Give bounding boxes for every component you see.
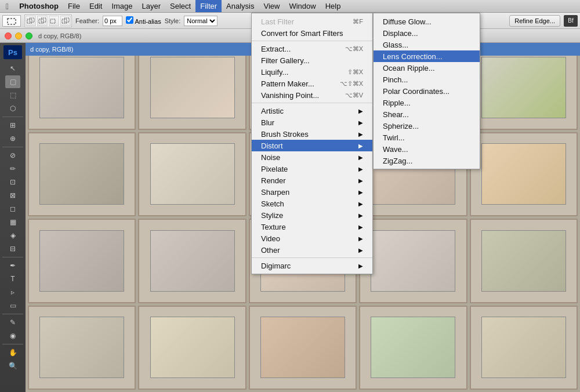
filter-pattern-maker[interactable]: Pattern Maker... ⌥⇧⌘X xyxy=(252,78,372,89)
tool-crop[interactable]: ⊞ xyxy=(5,119,20,132)
menu-item-help[interactable]: Help xyxy=(321,0,346,12)
distort-displace[interactable]: Displace... xyxy=(374,27,480,39)
traffic-light-minimize[interactable] xyxy=(15,32,22,39)
style-select[interactable]: Normal xyxy=(184,16,217,26)
filter-liquify[interactable]: Liquify... ⇧⌘X xyxy=(252,66,372,78)
filter-extract[interactable]: Extract... ⌥⌘X xyxy=(252,43,372,55)
distort-spherize[interactable]: Spherize... xyxy=(374,120,480,132)
distort-pinch[interactable]: Pinch... xyxy=(374,74,480,85)
bf-badge: Bf xyxy=(564,15,578,27)
left-toolbar: Ps ↖ ▢ ⬚ ⬡ ⊞ ⊕ ⊘ ✏ ⊡ ⊠ ◻ ▦ ◈ ⊟ ✒ T ▹ ▭ ✎… xyxy=(0,43,26,392)
tool-gradient[interactable]: ▦ xyxy=(5,216,20,228)
traffic-light-close[interactable] xyxy=(5,32,12,39)
tool-zoom[interactable]: 🔍 xyxy=(5,360,20,372)
feather-input[interactable] xyxy=(103,16,122,26)
canvas-title: d copy, RGB/8) xyxy=(30,46,73,53)
filter-gallery[interactable]: Filter Gallery... xyxy=(252,55,372,66)
tool-history[interactable]: ⊠ xyxy=(5,189,20,202)
distort-submenu: Diffuse Glow... Displace... Glass... Len… xyxy=(373,13,480,169)
distort-wave[interactable]: Wave... xyxy=(374,143,480,155)
filter-video[interactable]: Video ▶ xyxy=(252,233,372,244)
tool-marquee[interactable]: ▢ xyxy=(5,75,20,88)
tool-pen[interactable]: ✒ xyxy=(5,259,20,272)
anti-alias-checkbox-label[interactable]: Anti-alias xyxy=(126,16,161,25)
tool-clone[interactable]: ⊡ xyxy=(5,176,20,188)
style-label: Style: xyxy=(165,17,181,24)
distort-zigzag[interactable]: ZigZag... xyxy=(374,155,480,166)
filter-menu: Last Filter ⌘F Convert for Smart Filters… xyxy=(251,13,373,274)
tool-magic-wand[interactable]: ⬡ xyxy=(5,102,20,115)
tool-shape[interactable]: ▭ xyxy=(5,299,20,312)
svg-rect-0 xyxy=(8,19,16,24)
filter-stylize[interactable]: Stylize ▶ xyxy=(252,209,372,221)
distort-ocean-ripple[interactable]: Ocean Ripple... xyxy=(374,62,480,74)
distort-twirl[interactable]: Twirl... xyxy=(374,132,480,143)
tool-eyedropper[interactable]: ⊕ xyxy=(5,132,20,145)
tool-hand[interactable]: ✋ xyxy=(5,346,20,359)
traffic-light-maximize[interactable] xyxy=(26,32,32,39)
svg-rect-5 xyxy=(50,19,55,23)
tool-healing[interactable]: ⊘ xyxy=(5,149,20,162)
distort-diffuse-glow[interactable]: Diffuse Glow... xyxy=(374,16,480,27)
tool-move[interactable]: ↖ xyxy=(5,62,20,75)
tool-notes[interactable]: ✎ xyxy=(5,316,20,329)
ps-logo: Ps xyxy=(3,45,22,59)
menu-item-image[interactable]: Image xyxy=(107,0,137,12)
filter-distort[interactable]: Distort ▶ xyxy=(252,140,372,151)
toolbar-btn-3[interactable] xyxy=(49,16,59,26)
toolbar-btn-2[interactable] xyxy=(37,16,48,26)
tool-type[interactable]: T xyxy=(5,273,20,285)
menu-item-photoshop[interactable]: Photoshop xyxy=(14,0,63,12)
filter-noise[interactable]: Noise ▶ xyxy=(252,151,372,163)
feather-label: Feather: xyxy=(75,17,99,24)
tool-path[interactable]: ▹ xyxy=(5,286,20,299)
filter-convert-smart[interactable]: Convert for Smart Filters xyxy=(252,27,372,39)
distort-ripple[interactable]: Ripple... xyxy=(374,97,480,108)
filter-vanishing-point[interactable]: Vanishing Point... ⌥⌘V xyxy=(252,89,372,101)
filter-render[interactable]: Render ▶ xyxy=(252,175,372,186)
tool-eraser[interactable]: ◻ xyxy=(5,202,20,215)
filter-artistic[interactable]: Artistic ▶ xyxy=(252,105,372,117)
filter-pixelate[interactable]: Pixelate ▶ xyxy=(252,163,372,175)
menu-item-layer[interactable]: Layer xyxy=(137,0,166,12)
menu-bar:  Photoshop File Edit Image Layer Select… xyxy=(0,0,580,13)
filter-blur[interactable]: Blur ▶ xyxy=(252,117,372,128)
filter-brush-strokes[interactable]: Brush Strokes ▶ xyxy=(252,128,372,140)
tool-brush[interactable]: ✏ xyxy=(5,162,20,175)
filter-digimarc[interactable]: Digimarc ▶ xyxy=(252,260,372,271)
distort-lens-correction[interactable]: Lens Correction... xyxy=(374,50,480,62)
distort-glass[interactable]: Glass... xyxy=(374,39,480,50)
menu-item-edit[interactable]: Edit xyxy=(85,0,107,12)
distort-polar-coordinates[interactable]: Polar Coordinates... xyxy=(374,85,480,97)
marquee-select-box[interactable] xyxy=(2,15,21,27)
toolbar-btn-1[interactable] xyxy=(26,16,36,26)
tool-blur[interactable]: ◈ xyxy=(5,229,20,242)
menu-item-select[interactable]: Select xyxy=(165,0,195,12)
distort-shear[interactable]: Shear... xyxy=(374,108,480,120)
menu-item-view[interactable]: View xyxy=(259,0,285,12)
window-title: d copy, RGB/8) xyxy=(38,32,81,39)
filter-texture[interactable]: Texture ▶ xyxy=(252,221,372,233)
menu-item-analysis[interactable]: Analysis xyxy=(222,0,259,12)
refine-edge-button[interactable]: Refine Edge... xyxy=(509,15,560,27)
toolbar-options-group xyxy=(24,14,72,27)
tool-dodge[interactable]: ⊟ xyxy=(5,242,20,255)
tool-eyedropper2[interactable]: ◉ xyxy=(5,329,20,342)
menu-item-file[interactable]: File xyxy=(63,0,85,12)
filter-last-filter[interactable]: Last Filter ⌘F xyxy=(252,16,372,27)
menu-item-filter[interactable]: Filter xyxy=(195,0,222,12)
filter-sketch[interactable]: Sketch ▶ xyxy=(252,198,372,209)
menu-item-window[interactable]: Window xyxy=(284,0,320,12)
filter-sharpen[interactable]: Sharpen ▶ xyxy=(252,186,372,198)
toolbar-btn-4[interactable] xyxy=(60,16,71,26)
filter-other[interactable]: Other ▶ xyxy=(252,244,372,256)
apple-logo[interactable]:  xyxy=(0,2,14,11)
tool-lasso[interactable]: ⬚ xyxy=(5,89,20,101)
